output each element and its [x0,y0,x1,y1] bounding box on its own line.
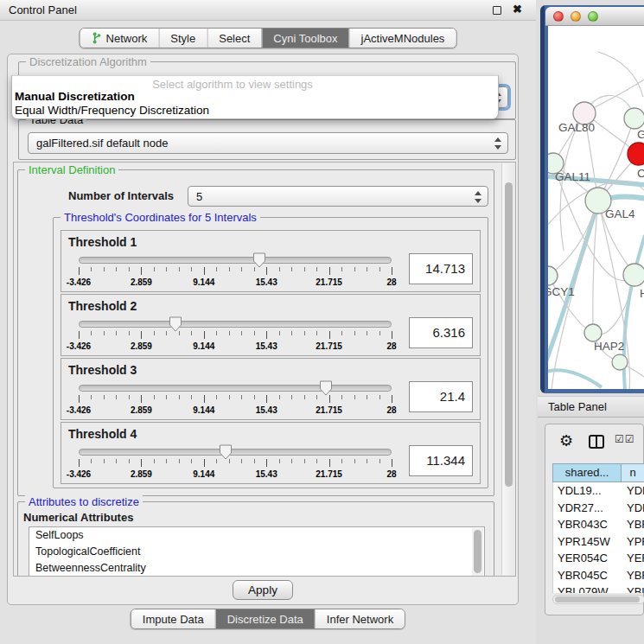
slider-track[interactable] [79,385,392,392]
table-row[interactable]: YBR043C YBR0 [553,516,644,533]
menu-item-equal-width-frequency[interactable]: Equal Width/Frequency Discretization [15,104,209,117]
float-window-icon[interactable] [493,6,501,15]
number-of-intervals-combobox[interactable]: 5 [188,186,488,207]
threshold-1-slider[interactable]: -3.426 2.859 9.144 15.43 21.715 28 [79,257,392,291]
node-label-gcy1: GCY1 [548,285,575,298]
threshold-1-value-field[interactable]: 14.713 [409,253,473,284]
threshold-3-slider[interactable]: -3.426 2.859 9.144 15.43 21.715 28 [79,385,392,419]
table-row[interactable]: YPR145W YPR1 [553,533,644,551]
split-columns-icon[interactable] [589,435,604,449]
network-canvas[interactable]: GAL80 G C GAL11 GAL4 GCY1 H HAP2 [548,26,644,389]
list-item[interactable]: BetweennessCentrality [29,560,484,577]
slider-track[interactable] [79,257,392,264]
apply-button[interactable]: Apply [233,580,293,600]
tab-impute-data[interactable]: Impute Data [131,609,215,628]
cell: YER0 [622,550,644,567]
threshold-2-slider[interactable]: -3.426 2.859 9.144 15.43 21.715 28 [79,321,392,355]
tab-select[interactable]: Select [207,29,261,48]
slider-track[interactable] [79,449,392,456]
tab-discretize-data[interactable]: Discretize Data [215,609,315,628]
close-icon[interactable]: ✖ [513,3,522,16]
table-row[interactable]: YBL079W YBL0 [553,583,644,593]
threshold-3-value-field[interactable]: 21.4 [409,381,473,412]
tab-label: Select [219,32,250,45]
list-item[interactable]: SelfLoops [29,527,484,544]
cell: YPR1 [622,533,644,551]
tick-label: -3.426 [67,405,91,415]
tab-label: Cyni Toolbox [273,32,337,45]
group-title: Interval Definition [25,163,118,176]
slider-thumb[interactable] [169,316,182,332]
tab-style[interactable]: Style [158,29,207,48]
tab-label: jActiveMNodules [361,32,445,45]
slider-minor-ticks [79,267,392,274]
gear-icon[interactable]: ⚙ [559,431,573,450]
slider-tick-labels: -3.426 2.859 9.144 15.43 21.715 28 [79,341,392,352]
top-tab-bar: Network Style Select Cyni Toolbox jActiv… [80,28,457,48]
tab-infer-network[interactable]: Infer Network [315,609,405,628]
table-row[interactable]: YDL19... YDL1 [553,482,644,500]
tab-label: Impute Data [143,613,204,626]
settings-scroll-area: Interval Definition Number of Intervals … [13,162,516,577]
tab-network[interactable]: Network [80,29,159,48]
horizontal-scrollbar[interactable] [552,595,644,604]
threshold-label: Threshold 3 [68,363,137,377]
combo-stepper-icon [475,190,482,204]
tick-label: 9.144 [193,277,214,287]
tick-label: 21.715 [316,341,342,351]
threshold-3-panel: Threshold 3 [61,358,481,420]
table-row[interactable]: YER054C YER0 [553,550,644,567]
threshold-1-panel: Threshold 1 [61,230,481,292]
menu-item-manual-discretization[interactable]: Manual Discretization [15,90,135,103]
table-panel: ⚙ ☑☑ shared... n YDL19... YDL1 YDR27... … [545,424,644,615]
threshold-4-slider[interactable]: -3.426 2.859 9.144 15.43 21.715 28 [79,449,392,483]
cell: YDR2 [622,500,644,517]
numerical-attributes-list: SelfLoops TopologicalCoefficient Between… [29,526,485,577]
checkbox-icons[interactable]: ☑☑ [615,433,635,445]
number-of-intervals-label: Number of Intervals [68,189,174,202]
cell: YPR145W [553,533,622,551]
panel-title: Control Panel [9,3,77,16]
tick-label: 28 [386,277,396,287]
slider-minor-ticks [79,395,392,402]
group-title: Attributes to discretize [25,495,143,508]
thresholds-group: Threshold's Coordinates for 5 Intervals … [53,217,488,488]
threshold-4-value-field[interactable]: 11.344 [409,445,473,476]
tab-cyni-toolbox[interactable]: Cyni Toolbox [261,29,348,48]
scrollbar-thumb[interactable] [505,182,513,487]
network-view-window: GAL80 G C GAL11 GAL4 GCY1 H HAP2 [540,5,644,393]
scrollbar-thumb[interactable] [555,596,640,603]
slider-thumb[interactable] [319,380,333,396]
slider-thumb[interactable] [219,444,233,460]
slider-track[interactable] [79,321,392,328]
cell: YDL19... [553,482,622,500]
tick-label: 9.144 [193,405,214,415]
list-item[interactable]: TopologicalCoefficient [29,544,484,560]
vertical-scrollbar[interactable] [501,163,514,575]
tab-label: Discretize Data [227,613,303,626]
group-title: Discretization Algorithm [26,55,150,68]
zoom-traffic-light[interactable] [588,11,598,22]
combo-stepper-icon [494,137,502,150]
slider-tick-labels: -3.426 2.859 9.144 15.43 21.715 28 [79,405,392,416]
column-header-shared[interactable]: shared... [553,464,622,481]
node-label-gal80: GAL80 [558,121,595,134]
table-row[interactable]: YBR045C YBR0 [553,567,644,584]
table-rows: YDL19... YDL1 YDR27... YDR2 YBR043C YBR0… [552,482,644,593]
column-header-name[interactable]: n [622,464,644,481]
tab-jactivemnodules[interactable]: jActiveMNodules [349,29,456,48]
tick-label: 9.144 [193,469,214,479]
minimize-traffic-light[interactable] [571,11,581,22]
list-scrollbar[interactable] [472,528,483,577]
threshold-label: Threshold 1 [68,235,137,249]
close-traffic-light[interactable] [553,11,564,22]
table-row[interactable]: YDR27... YDR2 [553,500,644,517]
tick-label: 2.859 [131,341,152,351]
tab-label: Network [106,32,148,45]
threshold-2-value-field[interactable]: 6.316 [409,317,473,348]
node-label-clipped: C [637,167,644,180]
table-data-combobox[interactable]: galFiltered.sif default node [28,132,508,154]
screen: Control Panel ✖ Network Style Select Cyn… [0,0,644,644]
tick-label: 21.715 [316,405,342,415]
slider-thumb[interactable] [252,252,266,268]
